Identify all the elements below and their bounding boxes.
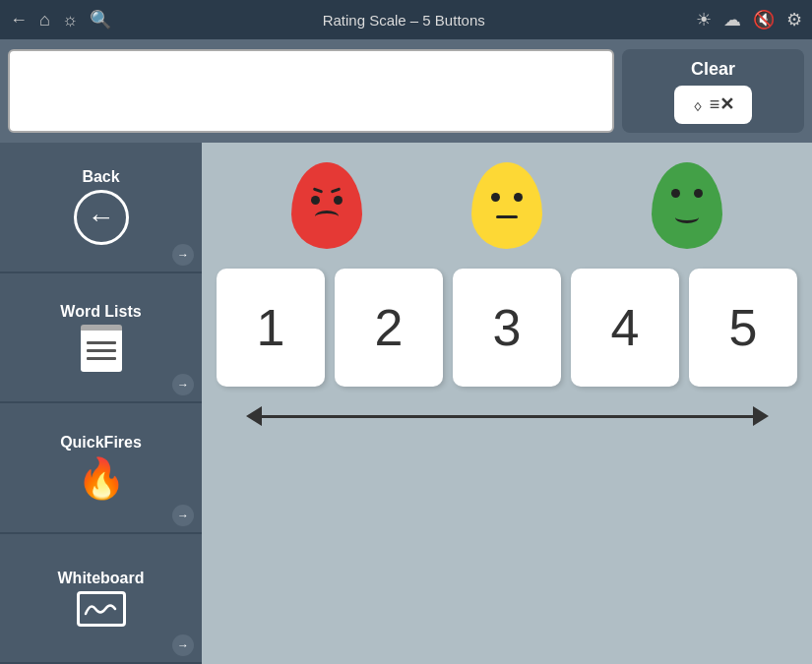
egg-row — [217, 162, 797, 249]
left-arrowhead — [246, 406, 262, 426]
right-arrowhead — [753, 406, 769, 426]
rating-button-4[interactable]: 4 — [571, 269, 679, 387]
rating-button-3[interactable]: 3 — [453, 269, 561, 387]
text-input[interactable] — [8, 49, 614, 133]
egg-red — [291, 162, 362, 249]
egg-yellow — [471, 162, 542, 249]
face-happy — [652, 162, 722, 249]
left-eye — [671, 189, 680, 198]
scale-arrow — [246, 406, 769, 426]
mute-icon[interactable]: 🔇 — [753, 9, 775, 30]
wave-svg — [84, 598, 119, 620]
mouth-sad — [315, 211, 339, 222]
sidebar: Back ← → Word Lists → QuickFires 🔥 → Whi… — [0, 143, 202, 664]
whiteboard-arrow-icon: → — [172, 634, 194, 656]
fire-icon: 🔥 — [77, 455, 126, 502]
sidebar-item-quickfires[interactable]: QuickFires 🔥 → — [0, 403, 202, 534]
sidebar-item-back[interactable]: Back ← → — [0, 143, 202, 273]
word-lists-arrow-icon: → — [172, 374, 194, 395]
quickfires-arrow-icon: → — [172, 505, 194, 526]
brightness-icon[interactable]: ☀ — [696, 9, 712, 30]
home-icon[interactable]: ⌂ — [39, 10, 50, 30]
face-sad — [291, 162, 362, 249]
left-eye — [311, 196, 320, 205]
double-arrow — [246, 406, 769, 426]
face-neutral — [471, 162, 542, 249]
right-eye — [514, 193, 523, 202]
number-row: 1 2 3 4 5 — [217, 269, 797, 387]
sidebar-label-back: Back — [82, 168, 119, 186]
rating-button-5[interactable]: 5 — [689, 269, 797, 387]
page-title: Rating Scale – 5 Buttons — [111, 12, 696, 29]
top-bar-right-icons: ☀ ☁ 🔇 ⚙ — [696, 9, 802, 30]
sidebar-item-whiteboard[interactable]: Whiteboard → — [0, 534, 202, 665]
cloud-icon[interactable]: ☁ — [723, 9, 741, 30]
back-circle-icon: ← — [74, 190, 129, 245]
notepad-line-2 — [87, 349, 116, 352]
clear-arrow-icon: ⬨ — [692, 93, 704, 116]
input-section: Clear ⬨ ≡✕ — [0, 39, 812, 143]
top-bar-left-icons: ← ⌂ ☼ 🔍 — [10, 9, 111, 30]
whiteboard-icon — [77, 591, 126, 627]
eyes-sad — [311, 196, 343, 205]
sidebar-label-quickfires: QuickFires — [60, 434, 142, 452]
clear-x-label: ≡✕ — [710, 93, 735, 115]
arrow-line — [262, 415, 753, 418]
mouth-happy — [675, 211, 699, 223]
mouth-neutral — [496, 215, 518, 218]
back-arrow-icon: → — [172, 244, 194, 266]
settings-icon[interactable]: ⚙ — [786, 9, 802, 30]
sidebar-label-word-lists: Word Lists — [60, 303, 141, 321]
left-eye — [491, 193, 500, 202]
rating-button-1[interactable]: 1 — [217, 269, 325, 387]
right-eye — [334, 196, 343, 205]
main-area: Back ← → Word Lists → QuickFires 🔥 → Whi… — [0, 143, 812, 664]
egg-green — [652, 162, 722, 249]
clear-button[interactable]: ⬨ ≡✕ — [674, 86, 753, 124]
top-bar: ← ⌂ ☼ 🔍 Rating Scale – 5 Buttons ☀ ☁ 🔇 ⚙ — [0, 0, 812, 39]
eyes-happy — [671, 189, 703, 198]
sidebar-label-whiteboard: Whiteboard — [58, 570, 145, 587]
right-brow — [330, 187, 340, 193]
eyebrows-sad — [313, 189, 341, 192]
content-panel: 1 2 3 4 5 — [202, 143, 812, 664]
rating-button-2[interactable]: 2 — [335, 269, 443, 387]
search-icon[interactable]: 🔍 — [90, 9, 111, 30]
back-nav-icon[interactable]: ← — [10, 10, 28, 30]
notepad-icon — [81, 325, 122, 372]
globe-icon[interactable]: ☼ — [62, 10, 79, 30]
sidebar-item-word-lists[interactable]: Word Lists → — [0, 273, 202, 404]
notepad-line-3 — [87, 357, 116, 360]
left-brow — [312, 187, 322, 193]
clear-section: Clear ⬨ ≡✕ — [622, 49, 804, 133]
right-eye — [694, 189, 703, 198]
notepad-line-1 — [87, 341, 116, 344]
clear-label: Clear — [691, 59, 735, 80]
eyes-neutral — [491, 193, 523, 202]
